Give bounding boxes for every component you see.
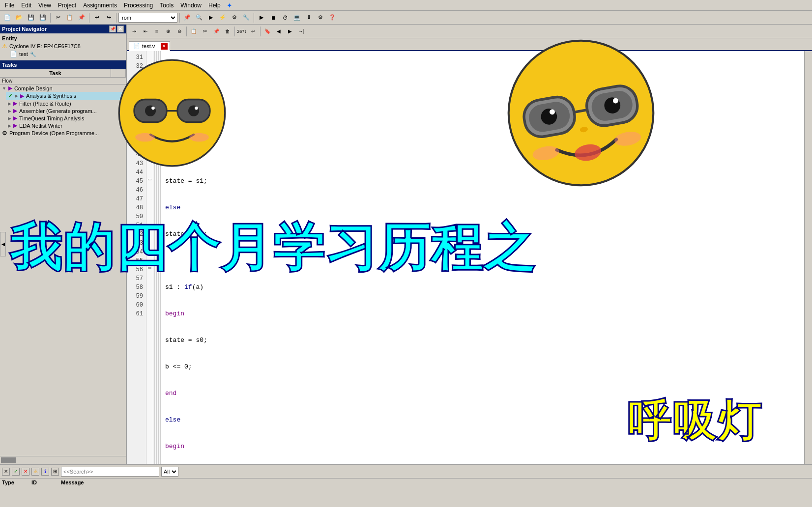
code-line-35: state = s1; — [165, 177, 800, 186]
cut-btn[interactable]: ✂ — [53, 12, 63, 23]
wrap-btn[interactable]: ↩ — [248, 26, 259, 37]
message-filter-dropdown[interactable]: All — [161, 467, 178, 477]
undo-btn[interactable]: ↩ — [91, 12, 102, 23]
stop-btn[interactable]: ⏹ — [268, 12, 279, 23]
code-line-34: s0 : if(a) — [165, 150, 800, 159]
svg-point-8 — [135, 133, 155, 142]
task-fitter[interactable]: ▶ ▶ Fitter (Place & Route) — [6, 100, 126, 107]
menu-processing[interactable]: Processing — [121, 1, 156, 10]
analyze-btn[interactable]: ⚡ — [217, 12, 228, 23]
unfold-btn[interactable]: ⊖ — [174, 26, 185, 37]
run-btn[interactable]: ▶ — [256, 12, 267, 23]
code-line-32: case (state) — [165, 97, 800, 106]
emoji-right — [507, 39, 655, 187]
copy2-btn[interactable]: 📋 — [188, 26, 199, 37]
task-program-label: Program Device (Open Programme... — [9, 130, 99, 136]
task-timequest[interactable]: ▶ ▶ TimeQuest Timing Analysis — [6, 114, 126, 122]
filter-ok-btn[interactable]: ✓ — [12, 468, 20, 476]
panel-scroll[interactable] — [0, 456, 126, 464]
download-btn[interactable]: ⬇ — [303, 12, 314, 23]
arrow-icon-5: ▶ — [8, 116, 11, 121]
menu-assignments[interactable]: Assignments — [80, 1, 120, 10]
task-eda[interactable]: ▶ ▶ EDA Netlist Writer — [6, 122, 126, 129]
goto-btn[interactable]: →| — [296, 26, 307, 37]
task-compile-design[interactable]: ▼ ▶ Compile Design — [0, 84, 126, 92]
filter-info-btn[interactable]: ℹ — [41, 468, 49, 476]
arrow-icon-4: ▶ — [8, 109, 11, 113]
task-assembler[interactable]: ▶ ▶ Assembler (Generate program... — [6, 107, 126, 114]
entity-file-name: test — [19, 51, 28, 57]
sep-e1 — [186, 27, 187, 36]
arrow-icon-6: ▶ — [8, 123, 11, 128]
save-all-btn[interactable]: 💾 — [37, 12, 48, 23]
menu-window[interactable]: Window — [177, 1, 204, 10]
editor-tab-test[interactable]: 📄 test.v ✕ — [129, 41, 170, 51]
task-analysis-synthesis[interactable]: ✓ ▶ ▶ Analysis & Synthesis — [6, 92, 126, 100]
filter-extra-btn[interactable]: ⊞ — [51, 468, 59, 476]
filter-warn-btn[interactable]: ⚠ — [31, 468, 39, 476]
ln-58: 58 — [127, 283, 146, 292]
bookmark-btn[interactable]: 🔖 — [262, 26, 273, 37]
flow-label: Flow — [0, 78, 126, 84]
filter-err-btn[interactable]: ✕ — [22, 468, 29, 476]
entity-section: Entity ⚠ Cyclone IV E: EP4CE6F17C8 📄 tes… — [0, 33, 126, 60]
entity-file-item[interactable]: 📄 test 🔧 — [2, 50, 124, 58]
editor-scrollbar[interactable] — [804, 51, 812, 464]
entity-select[interactable]: rom — [118, 13, 177, 23]
save-btn[interactable]: 💾 — [26, 12, 36, 23]
fold-45[interactable]: ▭ — [146, 175, 153, 184]
panel-controls: 📌 ✕ — [109, 26, 124, 32]
quartus-logo: ✦ — [227, 1, 232, 9]
copy-btn[interactable]: 📋 — [64, 12, 75, 23]
zoom-btn[interactable]: 🔍 — [194, 12, 204, 23]
paste-btn[interactable]: 📌 — [76, 12, 87, 23]
panel-collapse-btn[interactable]: ◀ — [0, 232, 6, 256]
chip-btn[interactable]: 💻 — [291, 12, 302, 23]
menu-help[interactable]: Help — [205, 1, 224, 10]
fold-44 — [146, 166, 153, 175]
outdent-btn[interactable]: ⇤ — [140, 26, 151, 37]
delete-btn[interactable]: 🗑 — [222, 26, 233, 37]
next-btn[interactable]: ▶ — [285, 26, 295, 37]
prev-btn[interactable]: ◀ — [273, 26, 284, 37]
ln-45: 45 — [127, 177, 146, 186]
new-file-btn[interactable]: 📄 — [2, 12, 13, 23]
align-btn[interactable]: ≡ — [151, 26, 162, 37]
tab-close-btn[interactable]: ✕ — [161, 43, 168, 50]
menu-tools[interactable]: Tools — [157, 1, 176, 10]
tasks-col-task: Task — [0, 69, 111, 77]
menu-file[interactable]: File — [2, 1, 17, 10]
cut2-btn[interactable]: ✂ — [200, 26, 210, 37]
menu-edit[interactable]: Edit — [18, 1, 34, 10]
editor-toolbar: ⇥ ⇤ ≡ ⊕ ⊖ 📋 ✂ 📌 🗑 267↕ ↩ 🔖 ◀ ▶ →| — [127, 25, 812, 38]
svg-point-6 — [151, 107, 155, 110]
linecol-btn[interactable]: 267↕ — [236, 26, 247, 37]
open-file-btn[interactable]: 📂 — [14, 12, 25, 23]
compile-btn[interactable]: ▶ — [205, 12, 216, 23]
file-icon: 📄 — [10, 51, 17, 57]
redo-btn[interactable]: ↪ — [103, 12, 114, 23]
code-line-42: b <= 0; — [165, 363, 800, 371]
menu-project[interactable]: Project — [55, 1, 79, 10]
panel-pin-btn[interactable]: 📌 — [109, 26, 116, 32]
clear-btn[interactable]: ✕ — [2, 468, 10, 476]
menu-view[interactable]: View — [35, 1, 54, 10]
indent-btn[interactable]: ⇥ — [129, 26, 140, 37]
pin-btn[interactable]: 📌 — [182, 12, 193, 23]
panel-close-btn[interactable]: ✕ — [117, 26, 124, 32]
prog-btn[interactable]: 🔧 — [241, 12, 252, 23]
svg-point-10 — [497, 29, 665, 197]
task-analysis-label: Analysis & Synthesis — [26, 93, 76, 99]
help-btn[interactable]: ❓ — [327, 12, 338, 23]
scroll-thumb[interactable] — [1, 457, 16, 463]
message-search-input[interactable] — [61, 467, 159, 477]
task-program[interactable]: ⚙ Program Device (Open Programme... — [0, 129, 126, 137]
fit-btn[interactable]: ⚙ — [229, 12, 240, 23]
paste2-btn[interactable]: 📌 — [211, 26, 222, 37]
timer-btn[interactable]: ⏱ — [280, 12, 290, 23]
task-program-icon: ⚙ — [2, 130, 7, 137]
fold-btn[interactable]: ⊕ — [163, 26, 174, 37]
collapse-icon: ◀ — [1, 242, 5, 247]
check-icon: ✓ — [8, 92, 13, 99]
settings-btn[interactable]: ⚙ — [315, 12, 326, 23]
